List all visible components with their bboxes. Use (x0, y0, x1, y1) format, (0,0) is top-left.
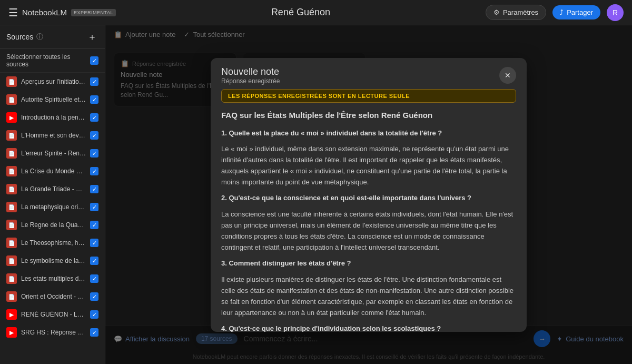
app-title: NotebookLM (22, 8, 67, 17)
header-right: ⚙ Paramètres ⤴ Partager R (486, 4, 624, 21)
source-checkbox[interactable]: ✓ (90, 113, 98, 122)
source-name: RENÉ GUÉNON - La crise ... (21, 311, 86, 318)
sidebar: Sources ⓘ ＋ Sélectionner toutes les sour… (0, 25, 105, 364)
source-type-icon: 📄 (6, 255, 17, 266)
modal-warning: LES RÉPONSES ENREGISTRÉES SONT EN LECTUR… (221, 89, 516, 103)
modal-subtitle: Réponse enregistrée (221, 77, 280, 85)
source-name: Autorite Spirituelle et Pou... (21, 96, 86, 103)
source-type-icon: 📄 (6, 148, 17, 159)
source-item[interactable]: ▶SRG HS : Réponse à la vid...✓ (0, 323, 105, 341)
source-type-icon: 📄 (6, 291, 17, 302)
modal-overlay[interactable]: Nouvelle note Réponse enregistrée ✕ LES … (105, 25, 632, 364)
source-checkbox[interactable]: ✓ (90, 274, 98, 283)
info-icon[interactable]: ⓘ (36, 32, 43, 42)
source-name: Le symbolisme de la croix... (21, 257, 86, 264)
source-type-icon: ▶ (6, 112, 17, 123)
avatar[interactable]: R (607, 4, 624, 21)
source-name: L'erreur Spirite - Rene Gu... (21, 150, 86, 157)
source-checkbox[interactable]: ✓ (90, 77, 98, 86)
modal-content-title: FAQ sur les États Multiples de l'Être se… (221, 109, 516, 122)
source-item[interactable]: 📄Les etats multiples de l'et...✓ (0, 270, 105, 288)
source-checkbox[interactable]: ✓ (90, 167, 98, 175)
source-checkbox[interactable]: ✓ (90, 257, 98, 265)
source-checkbox[interactable]: ✓ (90, 95, 98, 104)
add-source-icon[interactable]: ＋ (86, 31, 98, 43)
app-header: ☰ NotebookLM EXPERIMENTAL René Guénon ⚙ … (0, 0, 632, 25)
experimental-badge: EXPERIMENTAL (71, 9, 116, 16)
modal-question: 2. Qu'est-ce que la conscience et en quo… (221, 193, 516, 204)
source-item[interactable]: 📄L'Homme et son devenir s...✓ (0, 126, 105, 144)
sidebar-header: Sources ⓘ ＋ (0, 25, 105, 49)
source-item[interactable]: 📄La Grande Triade - Rene ...✓ (0, 180, 105, 198)
modal-question: 1. Quelle est la place du « moi » indivi… (221, 128, 516, 139)
header-left: ☰ NotebookLM EXPERIMENTAL (8, 6, 116, 19)
source-item[interactable]: 📄Le Theosophisme, histoir...✓ (0, 234, 105, 252)
source-type-icon: 📄 (6, 238, 17, 248)
source-item[interactable]: ▶Introduction à la pensée t...✓ (0, 109, 105, 126)
source-item[interactable]: 📄Le symbolisme de la croix...✓ (0, 252, 105, 270)
share-button[interactable]: ⤴ Partager (552, 5, 600, 19)
params-button[interactable]: ⚙ Paramètres (486, 5, 546, 20)
source-checkbox[interactable]: ✓ (90, 310, 98, 319)
sources-list: 📄Aperçus sur l'initiation - R...✓📄Autori… (0, 73, 105, 364)
modal-content: FAQ sur les États Multiples de l'Être se… (211, 109, 527, 332)
source-type-icon: ▶ (6, 309, 17, 320)
source-name: La Grande Triade - Rene ... (21, 185, 86, 193)
source-name: Introduction à la pensée t... (21, 114, 86, 121)
source-name: SRG HS : Réponse à la vid... (21, 329, 86, 336)
modal-question: 4. Qu'est-ce que le principe d'individua… (221, 323, 516, 331)
hamburger-icon[interactable]: ☰ (8, 6, 18, 19)
modal-close-button[interactable]: ✕ (499, 67, 516, 84)
modal-header: Nouvelle note Réponse enregistrée ✕ (211, 58, 527, 89)
modal-title-group: Nouvelle note Réponse enregistrée (221, 66, 280, 85)
source-item[interactable]: 📄L'erreur Spirite - Rene Gu...✓ (0, 144, 105, 162)
source-type-icon: 📄 (6, 202, 17, 212)
source-name: La Crise du Monde moder... (21, 168, 86, 175)
modal: Nouvelle note Réponse enregistrée ✕ LES … (211, 58, 527, 332)
modal-answer: Le « moi » individuel, même dans son ext… (221, 144, 516, 188)
source-item[interactable]: 📄Orient et Occident - Rene...✓ (0, 288, 105, 306)
source-name: Le Regne de la Quantite e... (21, 221, 86, 229)
select-all-checkbox[interactable]: ✓ (90, 56, 98, 65)
source-checkbox[interactable]: ✓ (90, 185, 98, 193)
source-checkbox[interactable]: ✓ (90, 149, 98, 158)
modal-answer: La conscience est une faculté inhérente … (221, 209, 516, 253)
source-checkbox[interactable]: ✓ (90, 221, 98, 229)
share-icon: ⤴ (560, 8, 564, 16)
source-type-icon: 📄 (6, 76, 17, 87)
source-type-icon: ▶ (6, 327, 17, 338)
source-item[interactable]: 📄Le Regne de la Quantite e...✓ (0, 216, 105, 234)
source-checkbox[interactable]: ✓ (90, 239, 98, 247)
modal-title: Nouvelle note (221, 66, 280, 77)
source-type-icon: 📄 (6, 130, 17, 141)
source-item[interactable]: 📄Autorite Spirituelle et Pou...✓ (0, 91, 105, 109)
source-name: Les etats multiples de l'et... (21, 275, 86, 282)
source-type-icon: 📄 (6, 273, 17, 284)
source-type-icon: 📄 (6, 166, 17, 176)
source-item[interactable]: 📄La Crise du Monde moder...✓ (0, 162, 105, 180)
source-name: Aperçus sur l'initiation - R... (21, 78, 86, 85)
source-type-icon: 📄 (6, 184, 17, 194)
source-name: L'Homme et son devenir s... (21, 132, 86, 139)
select-all-label: Sélectionner toutes les sources (6, 53, 90, 68)
source-item[interactable]: 📄Aperçus sur l'initiation - R...✓ (0, 73, 105, 91)
page-title: René Guénon (271, 7, 330, 18)
content-area: 📋 Ajouter une note ✓ Tout sélectionner 📋… (105, 25, 632, 364)
modal-question: 3. Comment distinguer les états d'être ? (221, 258, 516, 269)
source-item[interactable]: ▶RENÉ GUÉNON - La crise ...✓ (0, 306, 105, 323)
source-name: Le Theosophisme, histoir... (21, 239, 86, 247)
source-checkbox[interactable]: ✓ (90, 131, 98, 140)
modal-answer: Il existe plusieurs manières de distingu… (221, 274, 516, 318)
source-name: Orient et Occident - Rene... (21, 293, 86, 300)
source-checkbox[interactable]: ✓ (90, 203, 98, 211)
main-layout: Sources ⓘ ＋ Sélectionner toutes les sour… (0, 25, 632, 364)
source-checkbox[interactable]: ✓ (90, 292, 98, 301)
gear-icon: ⚙ (493, 8, 500, 16)
source-type-icon: 📄 (6, 94, 17, 105)
source-checkbox[interactable]: ✓ (90, 328, 98, 337)
sidebar-title-group: Sources ⓘ (6, 32, 43, 42)
source-type-icon: 📄 (6, 220, 17, 230)
select-all-row: Sélectionner toutes les sources ✓ (0, 49, 105, 73)
source-name: La metaphysique oriental... (21, 203, 86, 211)
source-item[interactable]: 📄La metaphysique oriental...✓ (0, 198, 105, 216)
